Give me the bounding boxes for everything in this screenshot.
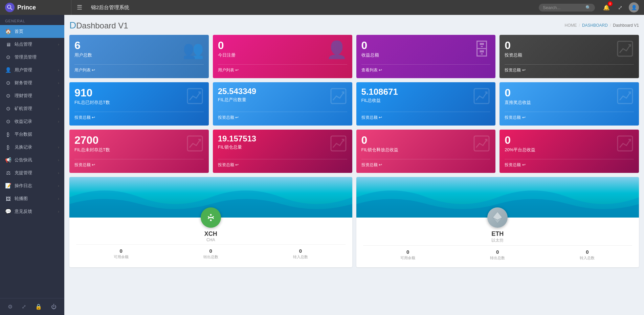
logs-icon: 📝 [5,183,11,189]
card-footer-fil-lock-income[interactable]: 投资总额 ↩ [361,159,491,168]
sidebar-label-feedback: 意见反馈 [15,208,54,215]
admin-icon: ⊙ [5,54,11,60]
sidebar-item-platform[interactable]: ₿ 平台数据 [0,128,64,141]
svg-point-0 [7,5,11,8]
card-footer-fil-unsealed[interactable]: 投资总额 ↩ [74,159,204,168]
panel-eth: ETH 以太坊 0 可用余额 0 转出总数 0 转入总数 [356,177,639,267]
brand: Prince [5,3,68,12]
sidebar-item-users[interactable]: 👤 用户管理 › [0,64,64,76]
sidebar-item-admins[interactable]: ⊙ 管理员管理 [0,51,64,64]
stat-value-direct-reward: 0 [505,87,531,98]
svg-rect-6 [618,89,632,104]
sidebar-label-platform: 平台数据 [15,131,59,137]
sidebar-item-sites[interactable]: 🖥 站点管理 › [0,38,64,51]
brand-icon [5,3,15,12]
stat-label-fil-locked: FIL锁仓总量 [218,144,256,150]
settings-icon[interactable]: ⚙ [6,302,14,312]
brand-name: Prince [17,4,36,11]
card-total-income: 0 收益总额 🗄 查看列表 ↩ [356,35,496,78]
mining-icon: ⊙ [5,106,11,112]
card-footer-fil-locked[interactable]: 投资总额 ↩ [218,159,347,168]
register-card-icon: 👤 [326,40,347,60]
stats-row2: 910 FIL总已封存总T数 投资总额 ↩ [69,82,639,126]
eth-out-value: 0 [490,249,505,255]
card-top: 6 用户总数 👥 [74,40,204,60]
stat-label-total-users: 用户总数 [74,52,92,58]
card-total-users: 6 用户总数 👥 用户列表 ↩ [69,35,209,78]
stat-label-fil-unsealed: FIL总未封存总T数 [74,147,110,153]
breadcrumb-home[interactable]: HOME [565,23,577,28]
svg-point-11 [210,214,212,216]
xch-in: 0 转入总数 [293,248,308,260]
sidebar-item-recharge[interactable]: ⚖ 充提管理 › [0,166,64,179]
card-footer-invest[interactable]: 投资总额 ↩ [505,64,634,73]
card-footer-today-reg[interactable]: 用户列表 ↩ [218,64,347,73]
lock-icon[interactable]: 🔒 [34,302,44,312]
stat-value-platform-income: 0 [505,135,535,145]
card-footer-users[interactable]: 用户列表 ↩ [74,64,204,73]
search-icon[interactable]: 🔍 [585,5,591,10]
sidebar-item-carousel[interactable]: 🖼 轮播图 › [0,192,64,205]
eth-in-value: 0 [580,249,595,255]
avatar[interactable]: 👤 [629,2,639,13]
page-header: DDashboard V1 HOME / DASHBOARD / Dashboa… [69,20,639,31]
sidebar-item-logs[interactable]: 📝 操作日志 › [0,179,64,192]
eth-available: 0 可用余额 [400,249,415,261]
card-footer-direct-reward[interactable]: 投资总额 ↩ [505,112,634,120]
card-footer-fil-income[interactable]: 投资总额 ↩ [361,112,491,120]
sidebar-label-recharge: 充提管理 [15,170,54,176]
nav-divider [71,0,71,15]
sidebar-item-earnings[interactable]: ⊙ 收益记录 › [0,115,64,128]
search-box[interactable]: 🔍 [539,4,595,12]
eth-logo [487,207,508,228]
sidebar-item-mining[interactable]: ⊙ 矿机管理 › [0,102,64,115]
xch-available: 0 可用余额 [114,248,129,260]
expand-icon[interactable]: ⤢ [20,302,28,312]
fullscreen-icon[interactable]: ⤢ [615,3,625,12]
xch-in-label: 转入总数 [293,254,308,260]
finance-icon: ⊙ [5,80,11,86]
xch-out-label: 转出总数 [203,254,218,260]
card-fil-lock-income: 0 FIL锁仓释放总收益 投资总额 ↩ [356,130,496,173]
card-footer-income[interactable]: 查看列表 ↩ [361,64,491,73]
feedback-icon: 💬 [5,208,11,215]
chevron-right-icon-5: › [58,107,59,111]
card-footer-platform-income[interactable]: 投资总额 ↩ [505,159,634,168]
search-input[interactable] [543,5,583,10]
sidebar-item-finance[interactable]: ⊙ 财务管理 › [0,76,64,89]
sidebar-label-mining: 矿机管理 [15,106,54,112]
card-footer-fil-stored[interactable]: 投资总额 ↩ [74,112,204,120]
hamburger-icon[interactable]: ☰ [75,3,84,12]
carousel-icon: 🖼 [5,196,11,202]
sidebar-item-exchange[interactable]: ₿ 兑换记录 › [0,141,64,154]
fil-locked-icon [330,135,347,156]
sidebar-item-home[interactable]: 🏠 首页 [0,25,64,38]
chevron-right-icon: › [58,42,59,46]
sidebar-item-news[interactable]: 📢 公告快讯 › [0,154,64,166]
sidebar-item-investment[interactable]: ⊙ 理财管理 › [0,89,64,102]
chevron-right-icon-7: › [58,145,59,149]
breadcrumb-dashboard[interactable]: DASHBOARD [582,23,608,28]
card-fil-income: 5.108671 FIL总收益 投资总额 ↩ [356,82,496,126]
stat-label-platform-income: 20%平台总收益 [505,147,535,153]
sidebar-label-logs: 操作日志 [15,183,54,189]
main-content: DDashboard V1 HOME / DASHBOARD / Dashboa… [64,15,644,315]
chevron-right-icon-4: › [58,94,59,98]
svg-point-12 [210,220,212,221]
stat-label-today-reg: 今日注册 [218,52,236,58]
stat-value-fil-income: 5.108671 [361,87,398,96]
card-platform-income: 0 20%平台总收益 投资总额 ↩ [499,130,639,173]
exchange-icon: ₿ [5,144,11,150]
card-direct-reward: 0 直推奖总收益 投资总额 ↩ [499,82,639,126]
eth-in-label: 转入总数 [580,255,595,261]
breadcrumb: HOME / DASHBOARD / Dashboard V1 [565,23,639,28]
sidebar-item-feedback[interactable]: 💬 意见反馈 › [0,205,64,218]
power-icon[interactable]: ⏻ [49,302,58,312]
recharge-icon: ⚖ [5,170,11,176]
card-footer-fil-produced[interactable]: 投资总额 ↩ [218,112,347,120]
breadcrumb-current: Dashboard V1 [613,23,639,28]
notification-bell[interactable]: 🔔 0 [602,3,611,12]
sidebar-label-carousel: 轮播图 [15,196,54,202]
stats-row1: 6 用户总数 👥 用户列表 ↩ 0 今日注册 👤 用户列表 ↩ [69,35,639,78]
eth-name: ETH [491,230,504,238]
